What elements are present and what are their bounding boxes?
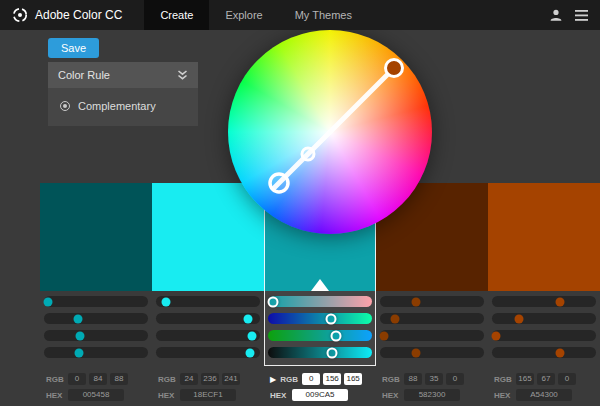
slider-panel	[40, 296, 600, 364]
values-swatch4: RGB 88 35 0 HEX 582300	[376, 371, 488, 403]
slider-handle[interactable]	[268, 296, 279, 307]
nav-tab-create[interactable]: Create	[144, 0, 209, 30]
double-chevron-down-icon	[177, 69, 188, 81]
slider-handle[interactable]	[75, 348, 84, 357]
slider-handle[interactable]	[412, 297, 421, 306]
hex-input[interactable]: 009CA5	[292, 389, 348, 401]
brightness-slider-swatch1[interactable]	[44, 347, 148, 358]
values-swatch1: RGB 0 84 88 HEX 005458	[40, 371, 152, 403]
rgb-b-value: 88	[110, 373, 128, 385]
blue-slider-swatch5[interactable]	[492, 330, 596, 341]
complementary-line	[274, 66, 396, 188]
slider-handle[interactable]	[162, 297, 171, 306]
hex-value: 582300	[404, 389, 460, 401]
color-mode-toggle-icon[interactable]: ▶	[270, 375, 276, 384]
nav-tab-my-themes[interactable]: My Themes	[279, 0, 368, 30]
green-slider-swatch3[interactable]	[268, 313, 372, 324]
rgb-g-value: 67	[537, 373, 555, 385]
slider-handle[interactable]	[492, 331, 501, 340]
red-slider-swatch2[interactable]	[156, 296, 260, 307]
wheel-marker-secondary[interactable]	[302, 148, 314, 160]
brand-title: Adobe Color CC	[35, 8, 122, 22]
color-wheel-area	[228, 30, 432, 234]
red-slider-swatch4[interactable]	[380, 296, 484, 307]
hex-label: HEX	[494, 391, 513, 400]
red-slider-swatch5[interactable]	[492, 296, 596, 307]
hex-label: HEX	[382, 391, 401, 400]
color-rule-title: Color Rule	[58, 69, 110, 81]
adobe-color-app: Adobe Color CC Create Explore My Themes	[0, 0, 600, 406]
rgb-r-value: 165	[516, 373, 534, 385]
wheel-marker-overlay	[228, 30, 432, 234]
color-rule-dropdown[interactable]: Color Rule	[48, 62, 198, 88]
slider-handle[interactable]	[555, 297, 564, 306]
slider-handle[interactable]	[44, 297, 53, 306]
slider-handle[interactable]	[76, 331, 85, 340]
wheel-marker-base[interactable]	[270, 174, 288, 192]
rgb-b-input[interactable]: 165	[344, 373, 362, 385]
blue-slider-swatch4[interactable]	[380, 330, 484, 341]
slider-row-green	[40, 313, 600, 324]
rgb-label: RGB	[46, 375, 65, 384]
wheel-marker-complement[interactable]	[386, 60, 403, 77]
slider-handle[interactable]	[555, 348, 564, 357]
brightness-slider-swatch2[interactable]	[156, 347, 260, 358]
user-icon[interactable]	[549, 8, 563, 22]
slider-handle[interactable]	[326, 313, 337, 324]
slider-handle[interactable]	[390, 314, 399, 323]
slider-handle[interactable]	[243, 314, 252, 323]
brand-home-link[interactable]: Adobe Color CC	[0, 7, 134, 23]
rgb-r-input[interactable]: 0	[302, 373, 320, 385]
menu-icon[interactable]	[575, 10, 588, 21]
green-slider-swatch4[interactable]	[380, 313, 484, 324]
nav-tab-my-themes-label: My Themes	[295, 9, 352, 21]
main-nav: Create Explore My Themes	[144, 0, 368, 30]
nav-tab-create-label: Create	[160, 9, 193, 21]
rule-option-label: Complementary	[78, 100, 156, 112]
color-values-panel: RGB 0 84 88 HEX 005458 RGB 24 236 241 HE…	[40, 371, 600, 403]
brightness-slider-swatch3[interactable]	[268, 347, 372, 358]
brightness-slider-swatch4[interactable]	[380, 347, 484, 358]
radio-icon	[60, 101, 70, 111]
swatch-1[interactable]	[40, 183, 152, 291]
color-rule-panel: Color Rule Complementary	[48, 62, 198, 126]
slider-handle[interactable]	[245, 348, 254, 357]
nav-tab-explore-label: Explore	[225, 9, 262, 21]
rgb-g-value: 35	[425, 373, 443, 385]
hex-value: 005458	[68, 389, 124, 401]
brightness-slider-swatch5[interactable]	[492, 347, 596, 358]
slider-handle[interactable]	[330, 330, 341, 341]
rgb-g-input[interactable]: 156	[323, 373, 341, 385]
blue-slider-swatch3[interactable]	[268, 330, 372, 341]
hex-label: HEX	[270, 391, 289, 400]
green-slider-swatch5[interactable]	[492, 313, 596, 324]
slider-handle[interactable]	[412, 348, 421, 357]
topbar-right	[549, 8, 600, 22]
slider-handle[interactable]	[380, 331, 389, 340]
rule-option-complementary[interactable]: Complementary	[48, 96, 198, 116]
nav-tab-explore[interactable]: Explore	[209, 0, 278, 30]
hex-value: A54300	[516, 389, 572, 401]
slider-handle[interactable]	[327, 347, 338, 358]
slider-handle[interactable]	[515, 314, 524, 323]
swatch-5[interactable]	[488, 183, 600, 291]
hex-label: HEX	[46, 391, 65, 400]
save-button[interactable]: Save	[48, 38, 99, 58]
rgb-b-value: 0	[558, 373, 576, 385]
rgb-r-value: 24	[180, 373, 198, 385]
blue-slider-swatch1[interactable]	[44, 330, 148, 341]
red-slider-swatch1[interactable]	[44, 296, 148, 307]
slider-handle[interactable]	[74, 314, 83, 323]
rgb-b-value: 0	[446, 373, 464, 385]
blue-slider-swatch2[interactable]	[156, 330, 260, 341]
rgb-r-value: 0	[68, 373, 86, 385]
red-slider-swatch3[interactable]	[268, 296, 372, 307]
green-slider-swatch2[interactable]	[156, 313, 260, 324]
top-navigation-bar: Adobe Color CC Create Explore My Themes	[0, 0, 600, 30]
slider-row-blue	[40, 330, 600, 341]
rgb-r-value: 88	[404, 373, 422, 385]
rgb-label: RGB	[382, 375, 401, 384]
rgb-label: RGB	[158, 375, 177, 384]
slider-handle[interactable]	[247, 331, 256, 340]
green-slider-swatch1[interactable]	[44, 313, 148, 324]
